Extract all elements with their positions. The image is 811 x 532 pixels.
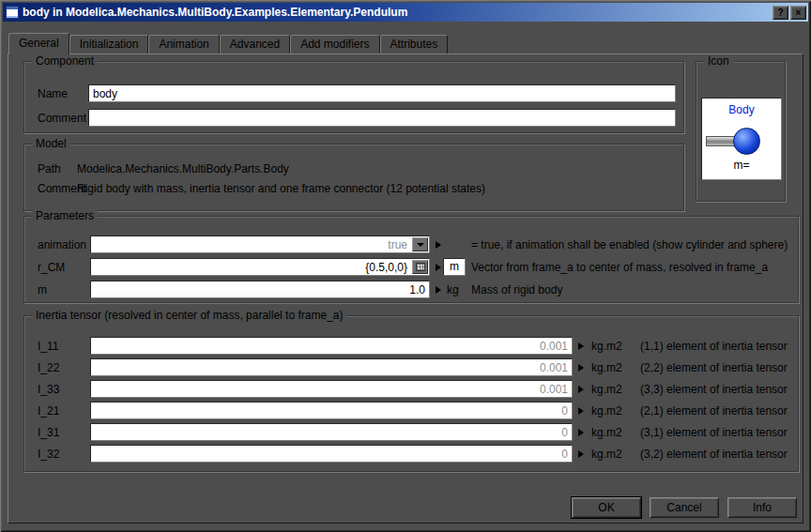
param-row-i11: I_11 0.001 kg.m2 (1,1) element of inerti… [24,337,798,356]
param-description: = true, if animation shall be enabled (s… [471,238,788,251]
param-row-i33: I_33 0.001 kg.m2 (3,3) element of inerti… [24,380,798,399]
i11-field[interactable]: 0.001 [90,337,573,355]
param-name: I_32 [38,448,59,461]
param-row-m: m 1.0 kg Mass of rigid body [24,281,798,299]
help-button[interactable]: ? [773,6,788,20]
close-button[interactable]: × [790,6,806,20]
modifier-arrow-icon[interactable] [578,429,584,436]
param-description: (2,2) element of inertia tensor [640,361,788,374]
unit-label: kg.m2 [591,448,622,461]
unit-label: kg.m2 [591,361,622,374]
param-name: animation [38,238,86,251]
general-tab-panel: Component Name Comment Icon Body m= [8,53,803,524]
info-button[interactable]: Info [727,497,797,518]
unit-label: kg.m2 [591,340,622,353]
dropdown-button[interactable] [412,237,428,251]
unit-field[interactable]: m [443,258,466,276]
param-value: 1.0 [91,283,429,296]
param-row-i31: I_31 0 kg.m2 (3,1) element of inertia te… [24,423,798,442]
component-icon-preview: Body m= [701,98,782,180]
window-icon [6,6,19,19]
modifier-arrow-icon[interactable] [436,241,441,249]
titlebar[interactable]: body in Modelica.Mechanics.MultiBody.Exa… [3,3,808,22]
tab-attributes[interactable]: Attributes [380,35,449,53]
param-value: {0.5,0,0} [91,261,411,274]
icon-body-label: Body [702,103,781,116]
tab-bar: General Initialization Animation Advance… [8,33,448,54]
animation-combobox[interactable]: true [90,236,430,253]
param-value: 0.001 [91,340,572,353]
i33-field[interactable]: 0.001 [90,380,573,398]
param-name: I_31 [38,426,59,439]
model-group-legend: Model [32,137,70,150]
param-name: r_CM [38,261,65,274]
param-description: Vector from frame_a to center of mass, r… [471,261,768,274]
name-field[interactable] [88,84,676,102]
m-field[interactable]: 1.0 [90,281,430,298]
i22-field[interactable]: 0.001 [90,358,573,376]
param-description: (3,1) element of inertia tensor [640,426,788,439]
tab-general[interactable]: General [8,33,69,54]
tab-add-modifiers[interactable]: Add modifiers [290,35,379,53]
tab-initialization[interactable]: Initialization [69,35,149,53]
modifier-arrow-icon[interactable] [578,364,584,372]
tab-advanced[interactable]: Advanced [220,35,290,53]
ok-button[interactable]: OK [572,497,641,518]
param-value: 0.001 [91,383,572,396]
cancel-button[interactable]: Cancel [650,497,719,518]
modifier-arrow-icon[interactable] [436,264,441,271]
r-cm-field[interactable]: {0.5,0,0} [90,258,430,276]
unit-label: kg.m2 [591,426,622,439]
table-grid-icon [416,263,425,271]
modifier-arrow-icon[interactable] [578,450,584,458]
name-label: Name [38,87,68,100]
model-group: Model Path Modelica.Mechanics.MultiBody.… [23,144,684,211]
param-description: (3,3) element of inertia tensor [640,383,788,396]
param-name: m [38,283,47,296]
modifier-arrow-icon[interactable] [436,286,441,294]
parameter-dialog: body in Modelica.Mechanics.MultiBody.Exa… [0,0,811,532]
i32-field[interactable]: 0 [90,445,573,463]
parameters-group: Parameters animation true = true, if ani… [23,216,799,303]
param-row-i21: I_21 0 kg.m2 (2,1) element of inertia te… [24,402,798,420]
body-sphere-icon [733,128,760,155]
icon-mass-label: m= [702,159,781,172]
matrix-editor-button[interactable] [412,260,428,274]
param-row-i22: I_22 0.001 kg.m2 (2,2) element of inerti… [24,358,798,377]
param-description: (3,2) element of inertia tensor [640,448,788,461]
component-group-legend: Component [32,54,98,68]
parameters-group-legend: Parameters [32,209,98,222]
i21-field[interactable]: 0 [90,402,573,419]
name-input[interactable] [89,85,675,101]
modifier-arrow-icon[interactable] [578,386,584,393]
inertia-group-legend: Inertia tensor (resolved in center of ma… [32,309,346,322]
param-row-i32: I_32 0 kg.m2 (3,2) element of inertia te… [24,445,798,464]
component-group: Component Name Comment [23,61,684,133]
model-comment-value: Rigid body with mass, inertia tensor and… [77,182,485,195]
param-description: (1,1) element of inertia tensor [640,340,788,353]
param-name: I_21 [38,404,59,418]
comment-input[interactable] [89,110,675,126]
unit-label: kg.m2 [591,383,622,396]
param-name: I_22 [38,361,59,374]
param-description: (2,1) element of inertia tensor [640,404,788,418]
icon-group: Icon Body m= [696,61,786,202]
modifier-arrow-icon[interactable] [578,342,584,350]
i31-field[interactable]: 0 [90,423,573,441]
tab-animation[interactable]: Animation [148,35,219,53]
param-value: true [91,238,411,251]
unit-label: kg [447,283,459,296]
param-description: Mass of rigid body [471,283,562,296]
path-label: Path [38,162,61,175]
path-value: Modelica.Mechanics.MultiBody.Parts.Body [77,162,289,175]
inertia-group: Inertia tensor (resolved in center of ma… [23,315,799,472]
param-name: I_11 [38,340,58,353]
window-title: body in Modelica.Mechanics.MultiBody.Exa… [23,3,771,22]
icon-group-legend: Icon [704,54,733,68]
param-name: I_33 [38,383,59,396]
comment-field[interactable] [88,109,676,127]
param-value: 0 [91,426,572,439]
chevron-down-icon [417,243,424,247]
unit-label: kg.m2 [591,404,622,418]
modifier-arrow-icon[interactable] [578,407,584,415]
